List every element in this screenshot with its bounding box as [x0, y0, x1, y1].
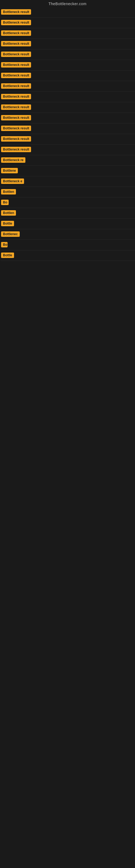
bottleneck-result-badge[interactable]: Bottleneck result: [1, 41, 31, 46]
bottleneck-result-badge[interactable]: Bottlene: [1, 168, 18, 173]
list-item: Bottleneck result: [1, 102, 135, 113]
list-item: Bottlenec: [1, 229, 135, 240]
bottleneck-result-badge[interactable]: Bottleneck result: [1, 62, 31, 67]
list-item: Bottleneck result: [1, 123, 135, 134]
list-item: Bottleneck result: [1, 18, 135, 28]
list-item: Bottle: [1, 219, 135, 229]
bottleneck-result-badge[interactable]: Bottlenec: [1, 231, 20, 237]
list-item: Bo: [1, 197, 135, 208]
list-item: Bottleneck re: [1, 155, 135, 166]
bottleneck-result-badge[interactable]: Bottleneck result: [1, 115, 31, 120]
site-title: TheBottlenecker.com: [0, 0, 135, 7]
bottleneck-result-badge[interactable]: Bottleneck result: [1, 126, 31, 131]
bottleneck-result-badge[interactable]: Bottleneck result: [1, 73, 31, 78]
bottleneck-result-badge[interactable]: Bottleneck re: [1, 157, 26, 163]
bottleneck-result-badge[interactable]: Bottleneck result: [1, 83, 31, 89]
bottleneck-result-badge[interactable]: Bottleneck result: [1, 147, 31, 152]
bottleneck-result-badge[interactable]: Bottleneck result: [1, 20, 31, 25]
list-item: Bottleneck result: [1, 70, 135, 81]
list-item: Bottlen: [1, 187, 135, 197]
list-item: Bottleneck result: [1, 28, 135, 39]
list-item: Bottlen: [1, 208, 135, 219]
bottleneck-result-badge[interactable]: Bo: [1, 242, 8, 247]
list-item: Bottleneck result: [1, 50, 135, 60]
bottleneck-result-badge[interactable]: Bottle: [1, 221, 14, 226]
list-item: Bottleneck result: [1, 145, 135, 155]
list-item: Bottleneck result: [1, 60, 135, 70]
list-item: Bottleneck result: [1, 81, 135, 92]
list-item: Bo: [1, 240, 135, 250]
bottleneck-result-badge[interactable]: Bottle: [1, 252, 14, 258]
bottleneck-result-badge[interactable]: Bottleneck result: [1, 94, 31, 99]
bottleneck-result-badge[interactable]: Bottleneck result: [1, 136, 31, 142]
list-item: Bottleneck result: [1, 7, 135, 18]
bottleneck-result-badge[interactable]: Bottleneck result: [1, 104, 31, 110]
list-item: Bottle: [1, 250, 135, 261]
bottleneck-result-badge[interactable]: Bottleneck result: [1, 9, 31, 14]
bottleneck-result-badge[interactable]: Bo: [1, 199, 9, 205]
list-item: Bottlene: [1, 166, 135, 176]
list-item: Bottleneck result: [1, 39, 135, 50]
list-item: Bottleneck result: [1, 92, 135, 102]
list-item: Bottleneck result: [1, 113, 135, 123]
list-item: Bottleneck result: [1, 134, 135, 145]
bottleneck-result-badge[interactable]: Bottleneck result: [1, 52, 31, 57]
bottleneck-result-badge[interactable]: Bottleneck e: [1, 179, 24, 184]
bottleneck-result-badge[interactable]: Bottlen: [1, 189, 16, 194]
bottleneck-result-badge[interactable]: Bottlen: [1, 210, 16, 216]
bottleneck-result-badge[interactable]: Bottleneck result: [1, 30, 31, 36]
list-item: Bottleneck e: [1, 176, 135, 187]
